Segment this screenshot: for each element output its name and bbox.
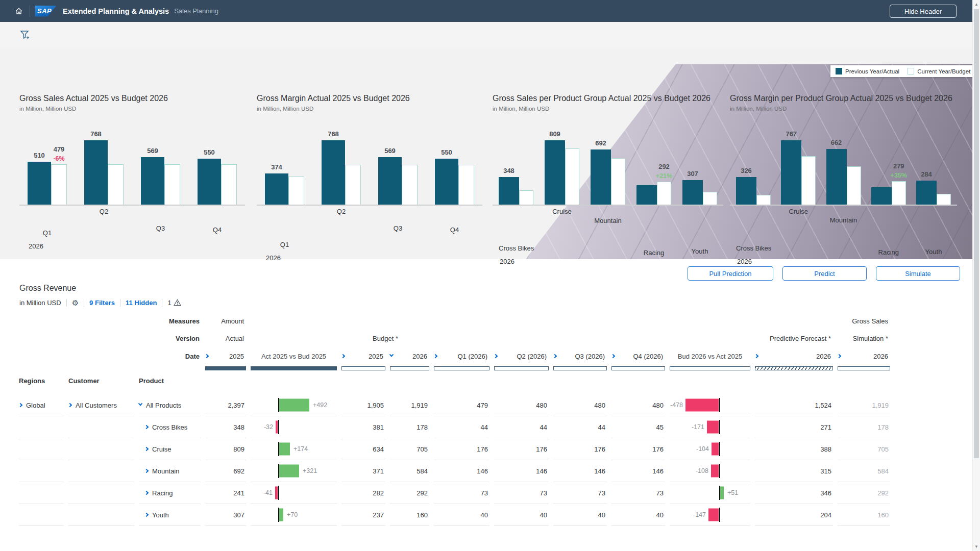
hide-header-button[interactable]: Hide Header [890,5,957,18]
column-indicator-bar [494,366,549,370]
actual-bar[interactable] [265,173,288,205]
gear-icon[interactable]: ⚙ [72,299,79,307]
actual-bar[interactable] [322,140,345,205]
customer-cell[interactable]: All Customers [68,394,134,416]
header-gross-sales: Gross Sales [838,317,890,325]
variance-bar[interactable] [685,399,719,412]
actual-bar[interactable] [499,177,519,205]
chevron-right-icon[interactable] [341,354,345,358]
legend-item[interactable]: Current Year/Budget [908,68,970,74]
chevron-right-icon[interactable] [837,354,841,358]
product-cell[interactable]: Racing [139,482,201,504]
budget-bar[interactable] [345,165,361,205]
product-cell[interactable]: All Products [139,394,201,416]
scroll-up-icon[interactable]: ▲ [973,2,980,7]
product-cell[interactable]: Cross Bikes [139,416,201,438]
chevron-right-icon[interactable] [144,491,149,495]
budget-bar[interactable] [221,164,237,205]
actual-bar[interactable] [736,177,756,205]
budget-bar[interactable] [892,181,906,205]
actual-bar[interactable] [591,149,611,205]
budget-bar[interactable] [519,190,533,205]
vertical-scrollbar[interactable]: ▲ ▼ [972,0,980,551]
product-cell[interactable]: Cruise [139,438,201,460]
simulate-button[interactable]: Simulate [876,266,960,281]
scrollbar-thumb[interactable] [974,9,979,458]
actual-bar[interactable] [378,157,402,205]
budget-bar[interactable] [847,166,861,205]
actual-bar[interactable] [916,181,937,205]
budget-bar[interactable] [611,158,625,205]
budget-bar[interactable] [458,165,474,205]
chevron-right-icon[interactable] [144,447,149,451]
variance-bar[interactable] [279,465,299,478]
chart-subtitle: in Million, Million USD [730,106,957,112]
variance-bar[interactable] [279,399,309,412]
pull-prediction-button[interactable]: Pull Prediction [688,266,773,281]
product-cell[interactable]: Youth [139,504,201,526]
variance-bar[interactable] [276,421,278,434]
column-indicator-bar [611,366,665,370]
chevron-right-icon[interactable] [68,403,72,407]
budget-bar[interactable] [565,148,579,205]
variance-bar[interactable] [707,421,719,434]
chevron-right-icon[interactable] [754,354,758,358]
actual-bar[interactable] [826,149,847,205]
actual-bar[interactable] [435,159,458,205]
chevron-down-icon[interactable] [389,353,394,357]
predict-button[interactable]: Predict [782,266,867,281]
budget-bar[interactable] [108,164,124,205]
category-label: Q4 [435,226,474,234]
home-icon[interactable] [12,5,26,18]
variance-bar[interactable] [279,443,290,456]
budget-2025-value: 371 [341,460,385,482]
chevron-right-icon[interactable] [205,354,209,358]
chevron-right-icon[interactable] [144,469,149,473]
actual-bar[interactable] [141,157,164,205]
region-cell[interactable]: Global [19,394,64,416]
chevron-right-icon[interactable] [18,403,22,407]
legend-item[interactable]: Previous Year/Actual [836,68,899,74]
chart-title: Gross Margin per Product Group Actual 20… [730,93,957,104]
budget-bar[interactable] [703,192,717,205]
budget-bar[interactable] [288,177,304,205]
actual-bar[interactable] [636,185,657,205]
variance-bar[interactable] [275,487,278,499]
variance-bar[interactable] [711,465,719,478]
actual-bar[interactable] [682,180,703,205]
axis-year-label: 2026 [266,254,281,262]
add-filter-icon[interactable] [19,29,32,41]
actual-bar[interactable] [545,140,565,205]
empty-cell [68,438,134,460]
variance-bar[interactable] [708,509,719,521]
chevron-right-icon[interactable] [553,354,557,358]
variance-bar[interactable] [279,509,283,521]
filters-link[interactable]: 9 Filters [89,299,115,307]
budget-bar[interactable] [657,182,671,205]
variance-bar[interactable] [712,443,719,456]
variance-value: +321 [303,467,317,474]
scroll-down-icon[interactable]: ▼ [973,544,980,549]
warning-badge[interactable]: 1 [167,299,181,307]
budget-bar[interactable] [801,156,816,205]
act-vs-bud-chart: -32 [251,416,337,438]
chevron-right-icon[interactable] [494,354,498,358]
budget-bar[interactable] [937,194,951,205]
actual-bar[interactable] [28,162,51,205]
budget-bar[interactable] [51,164,67,205]
budget-bar[interactable] [164,164,180,205]
actual-bar[interactable] [84,140,108,205]
chevron-right-icon[interactable] [144,425,149,429]
budget-bar[interactable] [756,195,771,205]
variance-bar[interactable] [720,487,724,499]
chevron-down-icon[interactable] [138,402,142,406]
chevron-right-icon[interactable] [144,513,149,517]
hidden-link[interactable]: 11 Hidden [126,299,157,307]
product-cell[interactable]: Mountain [139,460,201,482]
chevron-right-icon[interactable] [433,354,437,358]
actual-bar[interactable] [781,140,801,205]
actual-bar[interactable] [198,159,221,205]
actual-bar[interactable] [871,187,892,205]
chevron-right-icon[interactable] [611,354,615,358]
budget-bar[interactable] [402,165,418,205]
